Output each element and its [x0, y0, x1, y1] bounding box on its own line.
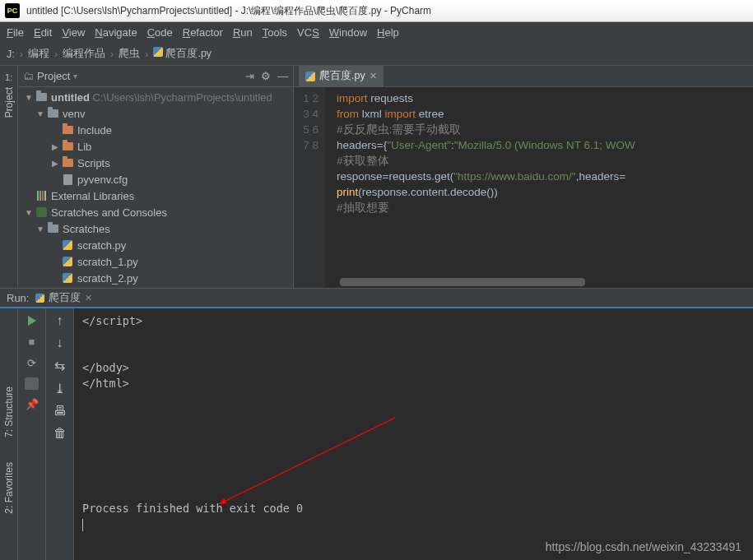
project-tab-number: 1:: [5, 72, 12, 82]
project-panel-title[interactable]: Project: [37, 70, 70, 82]
folder-i: [35, 91, 48, 103]
chevron-right-icon: ›: [145, 49, 148, 60]
favorites-side-tab[interactable]: 2: Favorites: [3, 462, 15, 514]
menu-item[interactable]: View: [62, 26, 85, 39]
run-output[interactable]: </script​> </body> </html> Process finis…: [74, 308, 753, 560]
trash-icon[interactable]: 🗑: [53, 426, 67, 441]
menu-item[interactable]: Run: [233, 26, 253, 39]
chevron-right-icon: ›: [54, 49, 58, 60]
tree-item[interactable]: ▼venv: [18, 105, 293, 122]
run-icon[interactable]: [25, 313, 39, 327]
tree-item[interactable]: scratch_2.py: [18, 270, 293, 286]
scratch-i: [35, 206, 48, 218]
project-panel-header: 🗂 Project ▾ ⇥ ⚙ —: [18, 66, 293, 87]
run-toolbar-left: ■ ⟳ 📌: [18, 308, 46, 560]
tree-item[interactable]: ▶Scripts: [18, 155, 293, 171]
menu-item[interactable]: Help: [377, 26, 399, 39]
rerun-icon[interactable]: ⟳: [25, 356, 39, 370]
stop-icon[interactable]: ■: [25, 335, 39, 349]
pin-icon[interactable]: 📌: [25, 397, 39, 411]
breadcrumb-item[interactable]: 编程: [28, 47, 49, 61]
chevron-right-icon: ›: [20, 49, 23, 60]
tree-item[interactable]: scratch_1.py: [18, 253, 293, 270]
menu-item[interactable]: Code: [147, 26, 173, 39]
folder-o: [61, 124, 74, 136]
menubar: FileEditViewNavigateCodeRefactorRunTools…: [0, 22, 753, 43]
editor-tab[interactable]: 爬百度.py ✕: [299, 66, 384, 87]
tree-item[interactable]: scratch.py: [18, 237, 293, 253]
print-icon[interactable]: 🖶: [53, 404, 67, 419]
run-toolbar-right: ↑ ↓ ⇆ ⤓ 🖶 🗑: [46, 308, 74, 560]
menu-item[interactable]: Edit: [34, 26, 52, 39]
gear-icon[interactable]: ⚙: [261, 70, 271, 82]
tree-item[interactable]: ▼untitled C:\Users\lsh\PycharmProjects\u…: [18, 89, 293, 105]
chevron-right-icon: ›: [110, 49, 114, 60]
tree-item[interactable]: pyvenv.cfg: [18, 171, 293, 187]
run-config-tab[interactable]: 爬百度 ✕: [35, 290, 92, 305]
scroll-to-end-icon[interactable]: ⤓: [54, 381, 65, 396]
menu-item[interactable]: File: [7, 26, 24, 39]
soft-wrap-icon[interactable]: ⇆: [54, 358, 65, 373]
menu-item[interactable]: Tools: [263, 26, 287, 39]
chevron-down-icon[interactable]: ▾: [73, 72, 77, 81]
folder-i: [46, 223, 59, 234]
project-tab-label: Project: [3, 87, 15, 118]
watermark: https://blog.csdn.net/weixin_43233491: [546, 540, 741, 553]
menu-item[interactable]: Navigate: [95, 26, 137, 39]
left-side-tabs: 7: Structure 2: Favorites: [0, 362, 18, 560]
line-gutter: 1 2 3 4 5 6 7 8: [294, 87, 325, 288]
py-file-i: [61, 272, 74, 284]
run-panel: Run: 爬百度 ✕ ■ ⟳ 📌 ↑ ↓ ⇆ ⤓ 🖶 🗑 </script​> …: [0, 288, 753, 560]
project-panel: 🗂 Project ▾ ⇥ ⚙ — ▼untitled C:\Users\lsh…: [18, 66, 294, 288]
py-file-i: [61, 239, 74, 251]
tree-item[interactable]: ▼Scratches and Consoles: [18, 204, 293, 220]
editor[interactable]: 1 2 3 4 5 6 7 8 import requests from lxm…: [294, 87, 753, 288]
breadcrumb-item[interactable]: 编程作品: [63, 47, 105, 61]
window-title: untitled [C:\Users\lsh\PycharmProjects\u…: [25, 4, 753, 18]
tree-item[interactable]: External Libraries: [18, 187, 293, 204]
menu-item[interactable]: Refactor: [183, 26, 223, 39]
py-file-i: [61, 256, 74, 267]
project-tree[interactable]: ▼untitled C:\Users\lsh\PycharmProjects\u…: [18, 87, 293, 288]
titlebar: PC untitled [C:\Users\lsh\PycharmProject…: [0, 0, 753, 22]
editor-tab-label: 爬百度.py: [319, 69, 365, 83]
breadcrumb-item[interactable]: 爬虫: [119, 47, 140, 61]
run-header-label: Run:: [7, 292, 29, 304]
run-tab-label: 爬百度: [49, 290, 81, 305]
python-file-icon: [35, 294, 44, 303]
close-icon[interactable]: ✕: [370, 71, 377, 81]
menu-item[interactable]: VCS: [297, 26, 319, 39]
code-content[interactable]: import requests from lxml import etree #…: [325, 87, 753, 288]
file-i: [61, 174, 74, 185]
breadcrumb-item[interactable]: 爬百度.py: [153, 47, 211, 61]
editor-tabs: 爬百度.py ✕: [294, 66, 753, 87]
editor-area: 爬百度.py ✕ 1 2 3 4 5 6 7 8 import requests…: [294, 66, 753, 288]
menu-item[interactable]: Window: [329, 26, 367, 39]
horizontal-scrollbar[interactable]: [340, 278, 748, 286]
down-arrow-icon[interactable]: ↓: [57, 336, 63, 350]
breadcrumb-item[interactable]: J:: [7, 49, 15, 60]
breadcrumb: J:›编程›编程作品›爬虫›爬百度.py: [0, 43, 753, 66]
lib-i: [35, 190, 48, 201]
folder-i: [46, 108, 59, 119]
hide-panel-icon[interactable]: —: [277, 70, 288, 82]
python-file-icon: [305, 72, 315, 81]
folder-o: [61, 157, 74, 169]
tree-item[interactable]: ▶Lib: [18, 138, 293, 155]
up-arrow-icon[interactable]: ↑: [57, 313, 63, 328]
tree-item[interactable]: Include: [18, 122, 293, 138]
collapse-all-icon[interactable]: ⇥: [245, 70, 254, 82]
project-scope-icon[interactable]: 🗂: [23, 70, 34, 82]
folder-o: [61, 141, 74, 152]
app-icon: PC: [5, 3, 20, 18]
structure-side-tab[interactable]: 7: Structure: [3, 386, 15, 437]
layout-icon[interactable]: [25, 377, 39, 390]
close-icon[interactable]: ✕: [85, 293, 92, 303]
run-panel-header: Run: 爬百度 ✕: [0, 289, 753, 308]
project-side-tab[interactable]: 1: Project: [0, 66, 18, 288]
tree-item[interactable]: ▼Scratches: [18, 220, 293, 237]
